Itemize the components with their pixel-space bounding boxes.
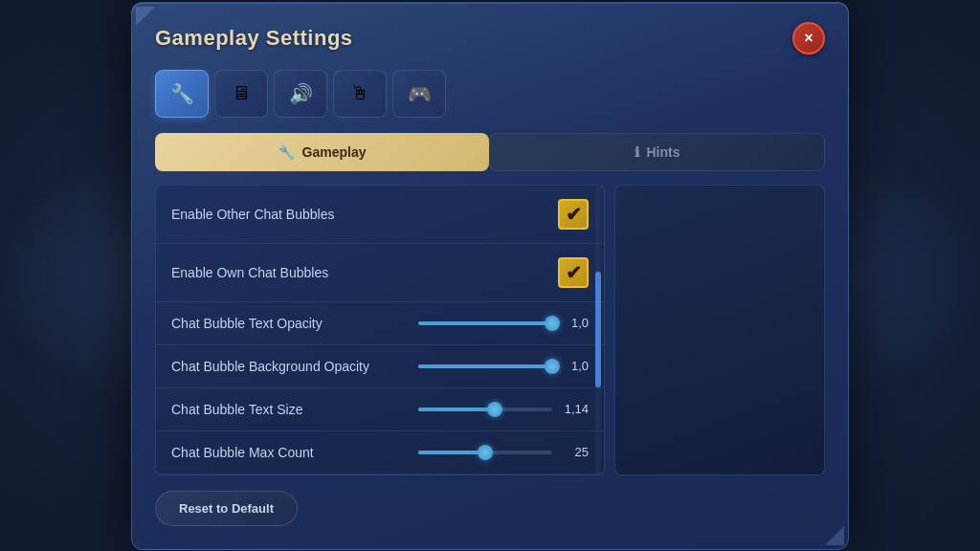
setting-chat-bubble-max-count: Chat Bubble Max Count 25 (156, 431, 604, 474)
chat-bubble-max-count-track[interactable] (418, 451, 552, 454)
modal-header: Gameplay Settings × (155, 22, 825, 55)
chat-bubble-bg-opacity-fill (418, 364, 552, 368)
corner-decoration-br (825, 526, 844, 545)
enable-other-chat-bubbles-label: Enable Other Chat Bubbles (171, 207, 334, 222)
icon-tab-bar: 🔧 🖥 🔊 🖱 🎮 (155, 70, 825, 118)
setting-chat-bubble-bg-opacity: Chat Bubble Background Opacity 1,0 (156, 345, 604, 388)
checkmark-icon-2: ✔ (566, 263, 582, 282)
corner-decoration-tl (136, 7, 155, 26)
gameplay-tab-label: Gameplay (302, 144, 367, 160)
chat-bubble-text-size-fill (418, 408, 495, 411)
reset-button[interactable]: Reset to Default (155, 491, 298, 526)
tab-mouse-icon[interactable]: 🖱 (333, 70, 387, 118)
close-icon: × (804, 30, 813, 47)
chat-bubble-max-count-thumb[interactable] (478, 445, 493, 460)
chat-bubble-text-size-value: 1,14 (562, 402, 589, 416)
close-button[interactable]: × (792, 22, 825, 55)
chat-bubble-max-count-fill (418, 451, 485, 454)
tab-display-icon[interactable]: 🖥 (214, 70, 268, 118)
modal-title: Gameplay Settings (155, 26, 353, 51)
scrollbar[interactable] (595, 186, 601, 474)
chat-bubble-text-size-slider-container: 1,14 (418, 402, 589, 416)
tab-gameplay-icon[interactable]: 🔧 (155, 70, 209, 118)
scrollbar-thumb[interactable] (595, 272, 601, 387)
hints-tab-label: Hints (647, 144, 680, 160)
chat-bubble-bg-opacity-track[interactable] (418, 364, 552, 368)
content-area: Enable Other Chat Bubbles ✔ Enable Own C… (155, 185, 825, 475)
right-panel (614, 185, 825, 475)
svg-marker-1 (825, 526, 844, 545)
chat-bubble-text-size-thumb[interactable] (487, 402, 502, 417)
wrench-icon: 🔧 (170, 82, 194, 105)
chat-bubble-text-opacity-track[interactable] (418, 321, 552, 325)
section-tab-bar: 🔧 Gameplay ℹ Hints (155, 133, 825, 171)
chat-bubble-text-opacity-thumb[interactable] (545, 316, 560, 331)
chat-bubble-max-count-value: 25 (562, 445, 589, 459)
chat-bubble-text-opacity-value: 1,0 (562, 316, 589, 330)
enable-own-chat-bubbles-label: Enable Own Chat Bubbles (171, 265, 328, 280)
svg-marker-0 (136, 7, 155, 26)
chat-bubble-bg-opacity-thumb[interactable] (545, 359, 560, 374)
chat-bubble-text-size-label: Chat Bubble Text Size (171, 402, 303, 417)
setting-enable-own-chat-bubbles: Enable Own Chat Bubbles ✔ (156, 244, 604, 302)
setting-enable-other-chat-bubbles: Enable Other Chat Bubbles ✔ (156, 186, 604, 244)
chat-bubble-text-opacity-label: Chat Bubble Text Opacity (171, 316, 323, 331)
gameplay-tab-icon: 🔧 (278, 144, 295, 160)
chat-bubble-bg-opacity-slider-container: 1,0 (418, 359, 589, 373)
settings-modal: Gameplay Settings × 🔧 🖥 🔊 🖱 🎮 🔧 Gameplay… (131, 2, 849, 550)
chat-bubble-bg-opacity-label: Chat Bubble Background Opacity (171, 359, 369, 374)
mouse-icon: 🖱 (350, 82, 369, 104)
controller-icon: 🎮 (408, 82, 432, 105)
settings-panel-inner: Enable Other Chat Bubbles ✔ Enable Own C… (156, 186, 604, 474)
chat-bubble-bg-opacity-value: 1,0 (562, 359, 589, 373)
hints-tab-icon: ℹ (635, 144, 639, 160)
chat-bubble-max-count-label: Chat Bubble Max Count (171, 445, 314, 460)
enable-own-chat-bubbles-checkbox[interactable]: ✔ (558, 257, 589, 288)
monitor-icon: 🖥 (232, 82, 251, 104)
chat-bubble-max-count-slider-container: 25 (418, 445, 589, 459)
chat-bubble-text-size-track[interactable] (418, 408, 552, 411)
settings-panel: Enable Other Chat Bubbles ✔ Enable Own C… (155, 185, 605, 475)
checkmark-icon: ✔ (566, 205, 582, 224)
chat-bubble-text-opacity-slider-container: 1,0 (418, 316, 589, 330)
setting-chat-bubble-text-size: Chat Bubble Text Size 1,14 (156, 388, 604, 431)
enable-other-chat-bubbles-checkbox[interactable]: ✔ (558, 199, 589, 230)
tab-controller-icon[interactable]: 🎮 (392, 70, 446, 118)
tab-audio-icon[interactable]: 🔊 (274, 70, 327, 118)
speaker-icon: 🔊 (289, 82, 313, 105)
tab-gameplay[interactable]: 🔧 Gameplay (155, 133, 489, 171)
tab-hints[interactable]: ℹ Hints (489, 133, 825, 171)
chat-bubble-text-opacity-fill (418, 321, 552, 325)
setting-chat-bubble-text-opacity: Chat Bubble Text Opacity 1,0 (156, 302, 604, 345)
